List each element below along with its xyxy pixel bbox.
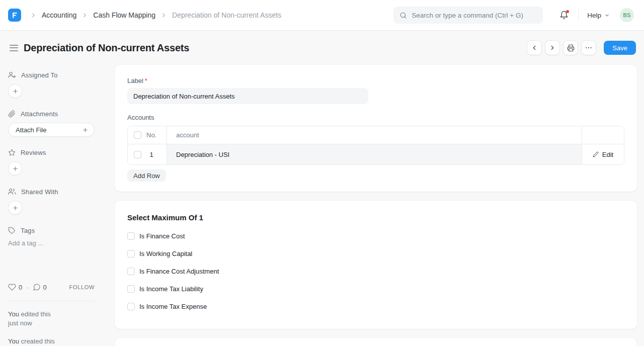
checkbox-label: Is Income Tax Liability [139,285,203,293]
checkbox-row-is-working-capital: Is Working Capital [127,250,624,257]
reviews-section: Reviews [8,149,95,176]
activity-edited: You edited this just now [8,310,95,328]
plus-icon [12,88,19,95]
attachments-label: Attachments [21,110,58,118]
checkbox-label: Is Working Capital [139,250,192,257]
label-text: Label [127,77,143,84]
tag-icon [8,227,16,234]
print-button[interactable] [564,41,578,55]
is-finance-cost-checkbox[interactable] [127,232,135,240]
breadcrumb-current-page: Depreciation of Non-current Assets [172,11,281,19]
like-count: 0 [19,284,22,291]
accounts-grid-header: No. account [128,126,624,144]
chevron-left-icon [531,44,538,51]
breadcrumb-separator-icon [160,12,167,19]
global-search[interactable] [393,7,543,24]
is-income-tax-expense-checkbox[interactable] [127,303,135,310]
checkbox-label: Is Income Tax Expense [139,303,207,310]
breadcrumb-accounting[interactable]: Accounting [42,11,76,19]
user-plus-icon [8,71,16,79]
search-input[interactable] [412,12,537,19]
add-assignment-button[interactable] [8,84,22,98]
navbar: Accounting Cash Flow Mapping Depreciatio… [0,0,644,31]
page-head: Depreciation of Non-current Assets [9,39,636,57]
attachments-heading: Attachments [8,110,95,118]
breadcrumb-cash-flow-mapping[interactable]: Cash Flow Mapping [93,11,155,19]
accounts-grid: No. account 1 Depreciation - U [127,126,624,165]
reviews-heading: Reviews [8,149,95,156]
page-head-actions: Save [527,41,636,55]
printer-icon [567,44,575,52]
comment-icon[interactable] [33,283,41,291]
max-select-title: Select Maximum Of 1 [127,213,624,222]
table-row: 1 Depreciation - USI Edit [128,144,624,164]
column-no-label: No. [146,131,156,139]
checkbox-label: Is Finance Cost [139,232,185,240]
help-menu[interactable]: Help [587,12,610,19]
shared-with-heading: Shared With [8,188,95,196]
attach-file-button[interactable]: Attach File [8,123,95,137]
follow-button[interactable]: FOLLOW [69,284,95,290]
document-social-row: 0 · 0 FOLLOW [8,283,95,291]
app-logo[interactable] [8,9,21,22]
row-index-cell: 1 [128,144,167,164]
add-row-button[interactable]: Add Row [127,169,166,182]
attach-file-label: Attach File [16,126,46,134]
paperclip-icon [8,110,16,118]
checkbox-row-is-income-tax-expense: Is Income Tax Expense [127,303,624,310]
activity-user: You [8,310,19,318]
assigned-to-section: Assigned To [8,71,95,98]
page-title: Depreciation of Non-current Assets [24,42,189,54]
sidebar-toggle-icon[interactable] [9,43,19,53]
breadcrumb-separator-icon [82,12,88,19]
required-marker: * [145,77,147,84]
account-value: Depreciation - USI [176,151,229,158]
form-sidebar: Assigned To Attachments Attach File [0,65,115,346]
is-finance-cost-adjustment-checkbox[interactable] [127,268,135,275]
row-account-cell[interactable]: Depreciation - USI [167,144,582,164]
row-checkbox[interactable] [134,151,141,158]
notifications-button[interactable] [559,11,569,20]
is-income-tax-liability-checkbox[interactable] [127,285,135,293]
app-window: Accounting Cash Flow Mapping Depreciatio… [0,0,644,346]
pencil-icon [593,151,599,157]
previous-document-button[interactable] [527,41,541,55]
label-field-input[interactable]: Depreciation of Non-current Assets [127,88,368,104]
column-account-label: account [176,131,199,139]
row-number: 1 [146,151,156,158]
row-edit-button[interactable]: Edit [582,144,624,164]
activity-user: You [8,337,19,345]
shared-with-label: Shared With [21,188,58,196]
add-review-button[interactable] [8,161,22,176]
edit-label: Edit [602,151,613,158]
breadcrumb-separator-icon [30,12,37,19]
max-select-card: Select Maximum Of 1 Is Finance Cost Is W… [115,201,637,329]
user-avatar[interactable]: BS [620,8,634,22]
accounts-section-label: Accounts [127,114,624,121]
activity-action: created this [21,337,55,345]
assigned-to-heading: Assigned To [8,71,95,79]
star-icon [8,149,16,156]
more-actions-button[interactable] [582,41,596,55]
next-document-button[interactable] [545,41,559,55]
assigned-to-label: Assigned To [21,71,58,79]
is-working-capital-checkbox[interactable] [127,250,135,257]
save-button[interactable]: Save [604,41,636,55]
help-menu-label: Help [587,12,601,19]
attachments-section: Attachments Attach File [8,110,95,137]
plus-icon [82,127,89,133]
heart-icon[interactable] [8,283,16,291]
workspace: Assigned To Attachments Attach File [0,65,644,346]
add-tag-input[interactable]: Add a tag ... [8,239,43,247]
checkbox-label: Is Finance Cost Adjustment [139,268,219,275]
tags-label: Tags [21,227,35,234]
erpnext-logo-icon [11,12,19,19]
activity-action: edited this [21,310,51,318]
select-all-checkbox[interactable] [134,131,141,139]
add-share-button[interactable] [8,201,22,215]
checkbox-row-is-finance-cost: Is Finance Cost [127,232,624,240]
navbar-divider [578,9,579,21]
header-index-cell: No. [128,126,167,144]
ellipsis-icon [585,44,593,52]
tags-section: Tags Add a tag ... [8,227,95,247]
